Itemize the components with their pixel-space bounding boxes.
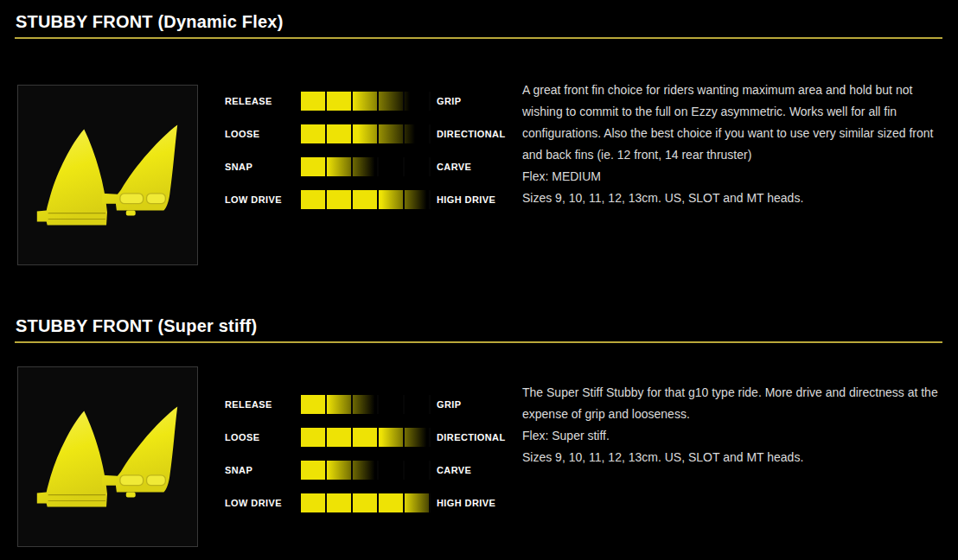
rating-right-label: CARVE	[437, 157, 471, 176]
title-underline	[15, 37, 942, 39]
rating-right-label: DIRECTIONAL	[437, 428, 506, 447]
rating-left-label: RELEASE	[225, 92, 272, 111]
sizes-spec: Sizes 9, 10, 11, 12, 13cm. US, SLOT and …	[522, 447, 949, 468]
section-title: STUBBY FRONT (Super stiff)	[16, 316, 257, 336]
rating-left-label: RELEASE	[225, 395, 272, 414]
rating-left-label: LOOSE	[225, 428, 260, 447]
rating-bar	[301, 92, 431, 111]
rating-bar	[301, 461, 431, 480]
product-image-stubby-front	[17, 366, 198, 547]
section-stubby-front-dynamic-flex: STUBBY FRONT (Dynamic Flex) RELEASE GRIP…	[0, 0, 958, 304]
flex-spec: Flex: MEDIUM	[522, 166, 949, 188]
rating-right-label: GRIP	[437, 92, 462, 111]
rating-bar	[301, 190, 431, 209]
rating-left-label: LOW DRIVE	[225, 493, 282, 512]
rating-right-label: HIGH DRIVE	[437, 190, 495, 209]
title-underline	[15, 341, 942, 343]
rating-right-label: GRIP	[437, 395, 462, 414]
sizes-spec: Sizes 9, 10, 11, 12, 13cm. US, SLOT and …	[522, 188, 949, 209]
product-description: A great front fin choice for riders want…	[522, 80, 949, 209]
rating-left-label: SNAP	[225, 461, 252, 480]
rating-bar	[301, 395, 431, 414]
rating-row-lowdrive-highdrive: LOW DRIVE HIGH DRIVE	[0, 493, 958, 512]
rating-right-label: HIGH DRIVE	[437, 493, 495, 512]
rating-bar	[301, 493, 431, 512]
rating-left-label: SNAP	[225, 157, 252, 176]
rating-left-label: LOOSE	[225, 124, 260, 143]
rating-right-label: CARVE	[437, 461, 471, 480]
section-stubby-front-super-stiff: STUBBY FRONT (Super stiff) RELEASE GRIP …	[0, 304, 958, 560]
description-paragraph: A great front fin choice for riders want…	[522, 80, 949, 166]
rating-right-label: DIRECTIONAL	[437, 124, 506, 143]
rating-left-label: LOW DRIVE	[225, 190, 282, 209]
rating-bar	[301, 428, 431, 447]
flex-spec: Flex: Super stiff.	[522, 425, 949, 447]
product-description: The Super Stiff Stubby for that g10 type…	[522, 382, 949, 468]
description-paragraph: The Super Stiff Stubby for that g10 type…	[522, 382, 949, 425]
rating-bar	[301, 124, 431, 143]
section-title: STUBBY FRONT (Dynamic Flex)	[16, 12, 284, 32]
rating-bar	[301, 157, 431, 176]
